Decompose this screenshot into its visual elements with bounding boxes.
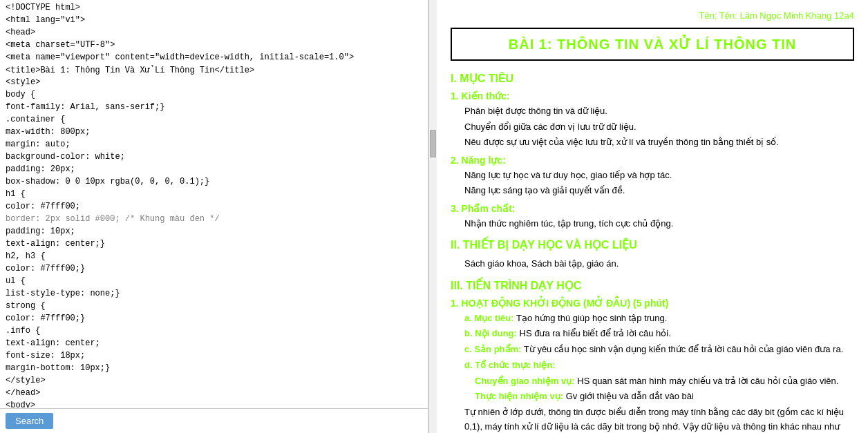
code-line: ul { xyxy=(0,276,428,289)
code-line: <!DOCTYPE html> xyxy=(0,3,428,15)
list-item: Nhận thức nghiêm túc, tập trung, tích cự… xyxy=(464,217,854,231)
code-line: font-size: 18px; xyxy=(0,351,428,363)
code-line: <meta name="viewport" content="width=dev… xyxy=(0,52,428,65)
code-line: </style> xyxy=(0,376,428,388)
section-heading: I. MỤC TIÊU xyxy=(451,72,854,85)
preview-panel[interactable]: Tên: Tên: Lâm Ngọc Minh Khang 12a4 BÀI 1… xyxy=(437,0,868,433)
list-item: Năng lực tự học và tư duy học, giao tiếp… xyxy=(464,169,854,182)
subsection-heading: 1. Kiến thức: xyxy=(451,90,854,102)
activity-item: c. Sản phẩm: Từ yêu cầu học sinh vận dụn… xyxy=(464,343,854,357)
title-box: BÀI 1: THÔNG TIN VÀ XỬ LÍ THÔNG TIN xyxy=(451,28,854,61)
code-line: max-width: 800px; xyxy=(0,127,428,139)
code-line: color: #7fff00;} xyxy=(0,264,428,276)
activity-item: d. Tổ chức thực hiện: xyxy=(464,358,854,373)
student-info: Tên: Tên: Lâm Ngọc Minh Khang 12a4 xyxy=(451,10,854,21)
code-line: <head> xyxy=(0,28,428,40)
plain-text: Sách giáo khoa, Sách bài tập, giáo án. xyxy=(464,257,854,271)
section-heading: III. TIẾN TRÌNH DẠY HỌC xyxy=(451,279,854,292)
activity-item: a. Mục tiêu: Tạo hứng thú giúp học sinh … xyxy=(464,311,854,326)
code-line: box-shadow: 0 0 10px rgba(0, 0, 0, 0.1);… xyxy=(0,177,428,189)
list-item: Nêu được sự ưu việt của việc lưu trữ, xử… xyxy=(464,135,854,149)
code-line: color: #7fff00; xyxy=(0,202,428,214)
section-heading: II. THIẾT BỊ DẠY HỌC VÀ HỌC LIỆU xyxy=(451,238,854,251)
code-line: color: #7fff00;} xyxy=(0,314,428,326)
subsection-heading: 3. Phẩm chất: xyxy=(451,203,854,214)
activity-heading: 1. HOẠT ĐỘNG KHỞI ĐỘNG (MỞ ĐẦU) (5 phút) xyxy=(451,298,854,309)
search-button[interactable]: Search xyxy=(6,413,53,429)
code-line: <body> xyxy=(0,401,428,408)
code-line: margin-bottom: 10px;} xyxy=(0,363,428,376)
code-area[interactable]: <!DOCTYPE html><html lang="vi"><head><me… xyxy=(0,0,428,408)
bottom-bar: Search xyxy=(0,408,428,433)
activity-item: Tự nhiên ở lớp dưới, thông tin được biểu… xyxy=(464,405,854,433)
main-title: BÀI 1: THÔNG TIN VÀ XỬ LÍ THÔNG TIN xyxy=(459,36,846,52)
activity-item: b. Nội dung: HS đưa ra hiểu biết để trả … xyxy=(464,327,854,341)
code-line: padding: 10px; xyxy=(0,227,428,239)
list-item: Phân biệt được thông tin và dữ liệu. xyxy=(464,104,854,118)
code-line: padding: 20px; xyxy=(0,164,428,177)
code-line: .info { xyxy=(0,326,428,338)
code-editor-panel: <!DOCTYPE html><html lang="vi"><head><me… xyxy=(0,0,428,433)
activity-item: Thực hiện nhiệm vụ: Gv giới thiệu và dẫn… xyxy=(475,389,854,404)
code-line: .container { xyxy=(0,115,428,127)
activity-item: Chuyển giao nhiệm vụ: HS quan sát màn hì… xyxy=(475,374,854,389)
code-line: text-align: center; xyxy=(0,338,428,351)
code-line: text-align: center;} xyxy=(0,239,428,251)
code-line: </head> xyxy=(0,388,428,401)
code-line: list-style-type: none;} xyxy=(0,289,428,301)
code-line: <title>Bài 1: Thông Tin Và Xử Lí Thông T… xyxy=(0,65,428,77)
list-item: Năng lực sáng tạo và giải quyết vấn đề. xyxy=(464,184,854,198)
list-item: Chuyển đổi giữa các đơn vị lưu trữ dữ li… xyxy=(464,120,854,134)
code-line: <html lang="vi"> xyxy=(0,15,428,28)
code-line: h1 { xyxy=(0,189,428,202)
code-line: margin: auto; xyxy=(0,139,428,152)
code-line: <style> xyxy=(0,77,428,90)
code-line: h2, h3 { xyxy=(0,251,428,264)
code-line: <meta charset="UTF-8"> xyxy=(0,40,428,52)
code-line: body { xyxy=(0,90,428,102)
scrollbar-thumb[interactable] xyxy=(430,130,436,157)
code-line: border: 2px solid #000; /* Khung màu đen… xyxy=(0,214,428,227)
left-scrollbar[interactable] xyxy=(428,0,437,433)
preview-content: Tên: Tên: Lâm Ngọc Minh Khang 12a4 BÀI 1… xyxy=(437,0,868,433)
code-line: strong { xyxy=(0,301,428,314)
code-line: font-family: Arial, sans-serif;} xyxy=(0,102,428,115)
code-line: background-color: white; xyxy=(0,152,428,164)
subsection-heading: 2. Năng lực: xyxy=(451,155,854,166)
